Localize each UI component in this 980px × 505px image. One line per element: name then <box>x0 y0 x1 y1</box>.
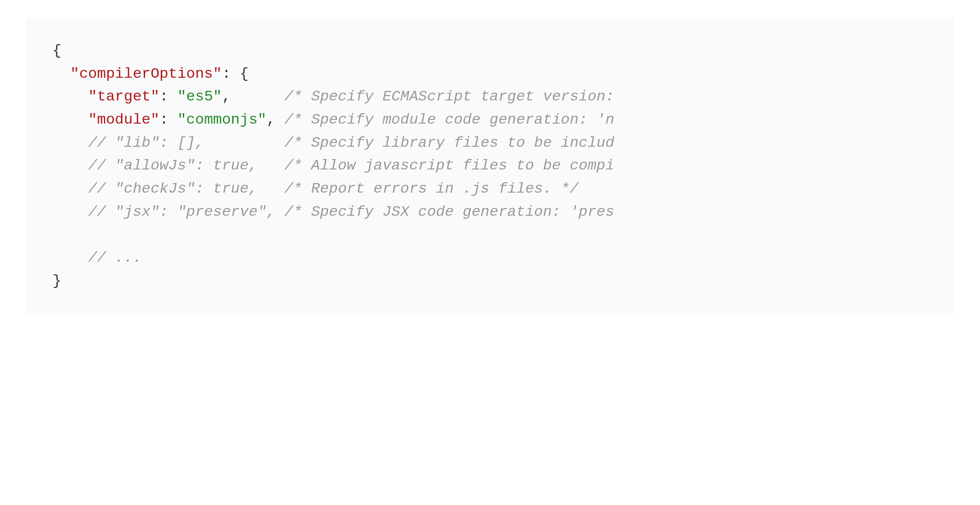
json-value-es5: "es5" <box>177 88 222 105</box>
indent <box>52 180 88 197</box>
comment-jsx: // "jsx": "preserve", /* Specify JSX cod… <box>88 204 615 220</box>
brace-open: { <box>240 66 248 82</box>
indent <box>52 88 88 105</box>
json-key-module: "module" <box>88 111 160 128</box>
colon: : <box>160 88 177 105</box>
comma: , <box>267 111 275 128</box>
comma: , <box>222 88 231 105</box>
code-block: { "compilerOptions": { "target": "es5", … <box>26 17 954 315</box>
indent <box>52 204 88 220</box>
indent <box>52 249 88 266</box>
comment-module: /* Specify module code generation: 'n <box>285 111 615 128</box>
colon: : <box>160 111 177 128</box>
comment-target: /* Specify ECMAScript target version: <box>285 88 615 105</box>
comment-allowjs: // "allowJs": true, /* Allow javascript … <box>88 157 615 174</box>
indent <box>52 111 88 128</box>
colon: : <box>222 66 240 82</box>
json-key-compilerOptions: "compilerOptions" <box>70 66 222 82</box>
brace-open: { <box>52 42 61 59</box>
pad <box>231 88 284 105</box>
brace-close: } <box>52 273 61 289</box>
comment-ellipsis: // ... <box>88 249 142 266</box>
indent <box>52 135 88 151</box>
comment-lib: // "lib": [], /* Specify library files t… <box>88 135 615 151</box>
json-key-target: "target" <box>88 88 160 105</box>
indent <box>52 66 70 82</box>
pad <box>275 111 284 128</box>
comment-checkjs: // "checkJs": true, /* Report errors in … <box>88 180 579 197</box>
indent <box>52 157 88 174</box>
json-value-commonjs: "commonjs" <box>177 111 267 128</box>
